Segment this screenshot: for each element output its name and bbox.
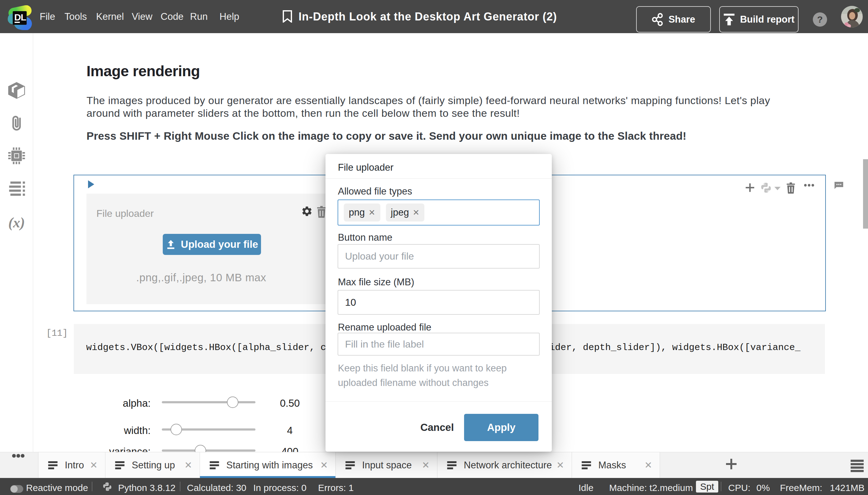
svg-text:DL: DL xyxy=(14,12,26,22)
